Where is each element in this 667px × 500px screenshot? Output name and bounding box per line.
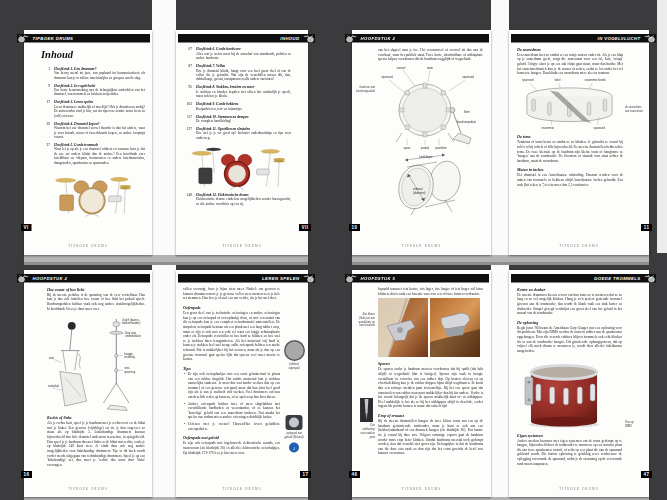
page-footer: TIPBOEK DRUMS [24,487,152,490]
running-header: INHOUD [178,34,315,43]
page-snaredrum[interactable]: IN VOGELVLUCHT de snaredrum met snarenma… [509,30,649,255]
running-header-label: INHOUD [280,36,299,41]
running-header: IN VOGELVLUCHT [511,34,656,43]
diagram-label: spanrand [522,79,534,83]
body-paragraph: De sporen onder je basdrum moeten voorko… [378,367,483,409]
tom-photo [517,355,611,428]
section-heading: Hoe zwaar of hoe licht [47,287,145,292]
page-number-badge: VII [299,224,311,231]
page-number-badge: 16 [21,471,32,478]
page-footer: TIPBOEK DRUMS [352,244,491,247]
body-paragraph: Bij de meeste pedalen is de spanning van… [47,293,145,311]
toc-page-number: 67 [183,47,192,60]
diagram-label: voorvel [397,65,406,69]
diagram-label: onderbekken [125,334,141,338]
page-number-badge: 10 [349,224,360,231]
toc-page-number: 1 [41,67,50,80]
section-heading: De oplossing [517,320,622,325]
section-heading: Korter en donker [517,287,622,292]
page-tom-mounts[interactable]: GOEDE TROMMELS Tom op RIMS Korter en don… [509,270,649,497]
diagram-label: bekkenhouder) [122,321,140,325]
sound-pad-photo: oefenpad met geluid (Roland) ♪ [284,415,304,452]
toc-chapter-desc: Je stokken en brushes bepalen niet allee… [196,90,291,99]
running-header: HOOFDSTUK 2 [345,34,489,43]
tipboek-drum-logo-icon [345,272,357,284]
toc-chapter-title: Hoofdstuk 1. Een drummer? [54,67,145,71]
page-spurs[interactable]: HOOFDSTUK 5 Een klauw (links) en een spa… [352,270,491,497]
snaredrum-diagram: spanrand ketel snarenmechaniek snarenmat… [517,78,622,131]
tipboek-drum-logo-icon [17,272,29,284]
bassdrum-size-diagram: keteldiepte velmaat (diameter) [385,152,475,218]
toc-page-number: 87 [183,64,192,82]
toc-chapter-desc: Waar let je op als je een drumstel uitki… [54,147,145,165]
running-header: GOEDE TROMMELS [511,274,656,283]
page-gutter [152,0,176,255]
pedal-hihat-diagram: veer voetplaat clutch (boven- bekkenhoud… [47,313,144,411]
toc-entry: 149 Hoofdstuk 12. Elektronische drums El… [183,193,291,206]
toc-chapter-title: Hoofdstuk 8. Stokken, brushes en meer [196,85,291,89]
toc-chapter-desc: Waarom het ene drumstel zoveel duurder i… [54,126,145,139]
diagram-label: (diameter) [413,191,426,195]
diagram-label: basdrumpedaal [457,120,476,124]
toc-chapter-title: Hoofdstuk 5. Goede trommels [54,143,145,147]
diagram-label: instelling [124,355,135,359]
running-header-label: LEREN SPELEN [262,276,299,281]
tipboek-drum-logo-icon [345,32,357,44]
toc-chapter-title: Hoofdstuk 10. Stemmen en dempen [196,114,249,118]
toc-chapter-desc: Hoe stel je je set goed op? Inclusief on… [196,131,291,140]
page-practice-pads[interactable]: LEREN SPELEN (rubber) oefenpad oefenpad … [176,270,308,497]
page-bassdrum[interactable]: HOOFDSTUK 2 basdrum met basdrumpedaal va… [352,30,491,255]
body-paragraph: Bij de meeste drumstellen hangen de twee… [378,419,483,456]
diagram-label: veer [49,356,54,360]
tipboek-drum-logo-icon [17,32,29,44]
diagram-label: ketel [555,79,561,83]
margin-caption: Een klauw (links) en een spanklauw op ee… [355,312,375,328]
toc-entry: 95 Hoofdstuk 8. Stokken, brushes en meer… [183,85,291,98]
section-heading: De snaredrum [517,47,623,52]
body-paragraph: vellen vervangt, hoor je bijna niets mee… [183,287,280,301]
toc-chapter-desc: Hoe je drumstel klinkt, hangt voor een h… [196,68,291,81]
page-toc-left[interactable]: TIPBOEK DRUMS Inhoud 1 Hoofdstuk 1. Een … [24,30,152,255]
toc-chapter-desc: Koopadviezen, test- en luistertips. [196,106,242,110]
hardware-photos [378,298,483,357]
body-paragraph: Begin jaren '80 kwam de Amerikaan Gary G… [517,326,622,354]
toc-page-number: 149 [183,193,192,206]
toc-entry: 17 Hoofdstuk 3. Leren spelen Leren drumm… [41,100,145,118]
diagram-label: klep voor [125,331,136,335]
toc-entry: 29 Hoofdstuk 4. Drumstel kopen? Waarom h… [41,121,145,139]
diagram-label: speer [404,146,411,150]
diagram-label: spanklem [435,146,447,150]
tip-bullet: Er zijn ook oefenplankjes met een soort … [183,372,280,400]
toc-page-number: 9 [41,83,50,96]
tipboek-drum-logo-icon [644,272,656,284]
spur-photo: Een rubberdop met metalen punt [358,398,375,439]
toc-chapter-title: Hoofdstuk 12. Elektronische drums [196,193,291,197]
toc-page-number: 95 [183,85,192,98]
page-footer: TIPBOEK DRUMS [24,244,152,247]
page-number-badge: 17 [300,471,311,478]
toc-page-number: 137 [183,127,192,140]
section-heading: Erop of ernaast [378,413,483,418]
page-footer: TIPBOEK DRUMS [509,244,649,247]
section-heading: Rechts of links [47,415,145,420]
toc-page-number: 29 [41,121,50,139]
margin-caption: Tom op RIMS [625,420,645,428]
diagram-label: keteldiepte [419,155,433,159]
drumkit-photo-red [188,144,286,191]
bassdrum-diagram: voorvel toom spanrand spanrand [379,64,479,150]
body-paragraph: Een groot deel van je technische oefenin… [183,311,280,362]
diagram-label: spanrand [594,126,606,130]
toc-chapter-title: Hoofdstuk 6. Goede hardware [196,47,291,51]
page-gutter [491,0,509,255]
page-gutter [152,265,176,497]
body-paragraph: Er zijn ook oefenpads met ingebouwde ele… [183,441,280,455]
body-paragraph: Als je rechts bent, speel je je basdrum … [47,421,145,467]
running-header: LEREN SPELEN [178,274,315,283]
page-pedal-hihat[interactable]: HOOFDSTUK 2 Hoe zwaar of hoe licht Bij d… [24,270,152,497]
toc-entry: 137 Hoofdstuk 11. Opstellen en sleutelen… [183,127,291,140]
diagram-label: spanrand [381,75,393,79]
page-footer: TIPBOEK DRUMS [176,487,308,490]
page-toc-right[interactable]: INHOUD 67 Hoofdstuk 6. Goede hardware Al… [176,30,308,255]
diagram-label: velmaat [413,187,423,191]
diagram-label: spanrand [462,75,474,79]
